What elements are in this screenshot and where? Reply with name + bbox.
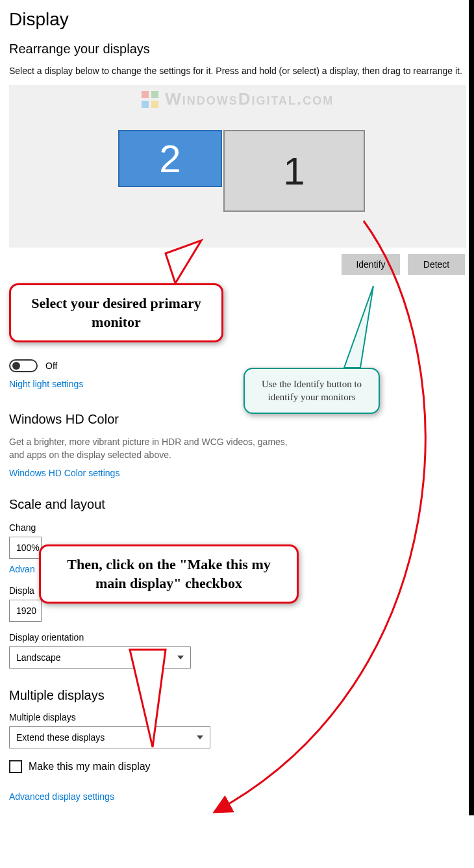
callout-primary-text: Select your desired primary monitor (31, 295, 201, 330)
callout-make-main: Then, click on the "Make this my main di… (39, 544, 299, 604)
chevron-down-icon (197, 735, 203, 739)
display-tile-2[interactable]: 2 (118, 130, 222, 187)
display-tile-2-label: 2 (159, 136, 181, 181)
callout-primary-monitor: Select your desired primary monitor (9, 283, 223, 342)
callout-make-main-text: Then, click on the "Make this my main di… (67, 556, 271, 591)
main-display-checkbox-label: Make this my main display (29, 761, 151, 772)
multi-displays-dropdown[interactable]: Extend these displays (9, 726, 210, 748)
scale-heading: Scale and layout (9, 497, 466, 512)
rearrange-heading: Rearrange your displays (9, 42, 466, 57)
hdcolor-settings-link[interactable]: Windows HD Color settings (9, 468, 119, 478)
rearrange-instruction: Select a display below to change the set… (9, 66, 466, 76)
page-title: Display (9, 9, 466, 30)
main-display-checkbox-row[interactable]: Make this my main display (9, 760, 466, 773)
resolution-dropdown[interactable]: 1920 (9, 600, 42, 622)
night-light-toggle-label: Off (45, 361, 57, 371)
identify-button[interactable]: Identify (342, 254, 399, 275)
chevron-down-icon (177, 656, 184, 659)
advanced-scaling-link[interactable]: Advan (9, 564, 35, 574)
callout-identify: Use the Identify button to identify your… (243, 368, 380, 414)
hdcolor-heading: Windows HD Color (9, 412, 466, 427)
orientation-value: Landscape (16, 652, 61, 663)
callout-identify-text: Use the Identify button to identify your… (262, 379, 362, 402)
scale-size-label: Chang (9, 522, 466, 533)
hdcolor-desc: Get a brighter, more vibrant picture in … (9, 436, 295, 461)
orientation-label: Display orientation (9, 632, 466, 643)
display-tile-1[interactable]: 1 (223, 130, 365, 212)
detect-button[interactable]: Detect (408, 254, 465, 275)
scale-size-value: 100% (16, 542, 40, 553)
windows-logo-icon (142, 91, 158, 108)
display-tile-1-label: 1 (283, 149, 305, 194)
watermark: WindowsDigital.com (9, 89, 466, 109)
multi-label: Multiple displays (9, 712, 466, 722)
resolution-value: 1920 (16, 606, 36, 616)
multi-displays-value: Extend these displays (16, 732, 105, 743)
window-edge (469, 0, 474, 815)
watermark-text: WindowsDigital.com (165, 89, 334, 108)
night-light-toggle[interactable] (9, 359, 38, 372)
scale-size-dropdown[interactable]: 100% (9, 537, 42, 559)
advanced-display-settings-link[interactable]: Advanced display settings (9, 791, 114, 802)
main-display-checkbox[interactable] (9, 760, 22, 773)
multi-heading: Multiple displays (9, 688, 466, 703)
display-arrange-area[interactable]: WindowsDigital.com 2 1 (9, 85, 466, 248)
night-light-settings-link[interactable]: Night light settings (9, 379, 83, 389)
toggle-knob-icon (12, 362, 20, 370)
orientation-dropdown[interactable]: Landscape (9, 646, 191, 669)
